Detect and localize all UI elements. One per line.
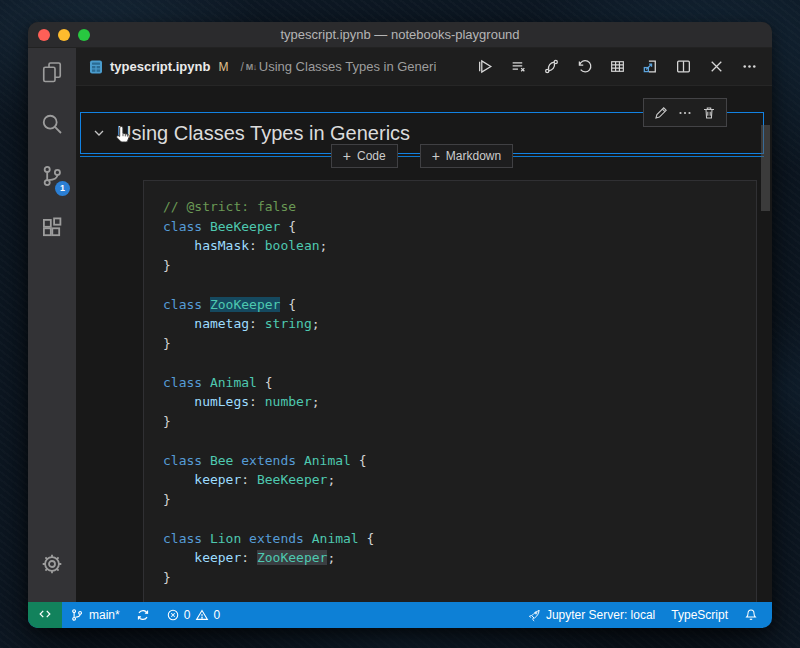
vscode-window: typescript.ipynb — notebooks-playground <box>28 22 772 628</box>
error-icon <box>166 608 180 622</box>
explorer-icon <box>40 60 64 88</box>
code-line: nametag: string; <box>163 314 756 334</box>
more-actions-icon[interactable] <box>741 58 758 75</box>
code-line: // @strict: false <box>163 197 756 217</box>
notebook-actions <box>477 58 758 75</box>
code-line: class BeeKeeper { <box>163 217 756 237</box>
add-code-cell-button[interactable]: + Code <box>331 144 398 168</box>
extensions-icon <box>40 216 64 244</box>
warning-count: 0 <box>213 608 220 622</box>
add-markdown-label: Markdown <box>446 149 501 163</box>
code-line: } <box>163 412 756 432</box>
editor-area: typescript.ipynb M / M↓ Using Classes Ty… <box>76 48 772 602</box>
code-line: numLegs: number; <box>163 392 756 412</box>
add-markdown-cell-button[interactable]: + Markdown <box>420 144 514 168</box>
warning-icon <box>195 608 209 622</box>
desktop-wallpaper: typescript.ipynb — notebooks-playground <box>0 0 800 648</box>
jupyter-rocket-icon <box>527 608 541 622</box>
code-line <box>163 275 756 295</box>
export-icon[interactable] <box>642 58 659 75</box>
notebook-scrollbar-thumb[interactable] <box>761 125 770 211</box>
branch-name: main* <box>89 608 120 622</box>
markdown-cell-icon: M↓ <box>246 62 257 72</box>
branch-icon <box>70 608 84 622</box>
window-title: typescript.ipynb — notebooks-playground <box>280 27 519 42</box>
notebook-file-icon <box>88 59 104 75</box>
language-mode[interactable]: TypeScript <box>663 602 736 628</box>
close-icon[interactable] <box>708 58 725 75</box>
jupyter-server-label: Jupyter Server: local <box>546 608 655 622</box>
branch-status[interactable]: main* <box>62 602 128 628</box>
plus-icon: + <box>432 149 440 163</box>
sidebar-item-extensions[interactable] <box>28 204 76 256</box>
code-line: keeper: BeeKeeper; <box>163 470 756 490</box>
breadcrumb-separator: / <box>240 60 243 74</box>
sidebar-item-search[interactable] <box>28 100 76 152</box>
chevron-down-icon[interactable] <box>91 125 107 141</box>
titlebar[interactable]: typescript.ipynb — notebooks-playground <box>28 22 772 48</box>
remote-icon <box>38 607 52 624</box>
code-line: hasMask: boolean; <box>163 236 756 256</box>
notebook-content: Using Classes Types in Generics + Code + <box>76 86 772 602</box>
traffic-lights <box>38 22 90 47</box>
settings-gear-icon <box>40 552 64 580</box>
bell-icon <box>744 608 758 622</box>
code-line <box>163 509 756 529</box>
code-line: class ZooKeeper { <box>163 295 756 315</box>
sidebar-item-source-control[interactable]: 1 <box>28 152 76 204</box>
code-line <box>163 431 756 451</box>
sync-status[interactable] <box>128 602 158 628</box>
cell-toolbar <box>643 98 727 127</box>
more-actions-icon[interactable] <box>677 105 693 121</box>
code-line: class Bee extends Animal { <box>163 451 756 471</box>
tab-filename[interactable]: typescript.ipynb <box>110 59 210 74</box>
manage-settings-button[interactable] <box>28 540 76 592</box>
split-editor-icon[interactable] <box>675 58 692 75</box>
code-line: keeper: ZooKeeper; <box>163 548 756 568</box>
code-line: class Animal { <box>163 373 756 393</box>
plus-icon: + <box>343 149 351 163</box>
error-count: 0 <box>184 608 191 622</box>
code-line: } <box>163 334 756 354</box>
zoom-window-button[interactable] <box>78 29 90 41</box>
activity-bar: 1 <box>28 48 76 602</box>
delete-trash-icon[interactable] <box>701 105 717 121</box>
run-all-icon[interactable] <box>477 58 494 75</box>
code-lines: // @strict: falseclass BeeKeeper { hasMa… <box>144 181 756 587</box>
add-code-label: Code <box>357 149 386 163</box>
variables-icon[interactable] <box>609 58 626 75</box>
source-control-badge: 1 <box>55 181 70 196</box>
close-window-button[interactable] <box>38 29 50 41</box>
insert-cell-row: + Code + Markdown <box>80 143 764 169</box>
notebook-toolbar: typescript.ipynb M / M↓ Using Classes Ty… <box>76 48 772 86</box>
status-bar: main* 0 0 <box>28 602 772 628</box>
breadcrumb-cell-label: Using Classes Types in Generi <box>259 59 437 74</box>
search-icon <box>40 112 64 140</box>
problems-status[interactable]: 0 0 <box>158 602 228 628</box>
language-mode-label: TypeScript <box>671 608 728 622</box>
undo-icon[interactable] <box>576 58 593 75</box>
remote-indicator[interactable] <box>28 602 62 628</box>
code-line: class Lion extends Animal { <box>163 529 756 549</box>
notifications[interactable] <box>736 602 766 628</box>
sync-icon <box>136 608 150 622</box>
clear-outputs-icon[interactable] <box>510 58 527 75</box>
sidebar-item-explorer[interactable] <box>28 48 76 100</box>
minimize-window-button[interactable] <box>58 29 70 41</box>
modified-indicator: M <box>218 60 228 74</box>
code-line: } <box>163 568 756 588</box>
markdown-heading: Using Classes Types in Generics <box>117 122 410 145</box>
code-line: } <box>163 256 756 276</box>
code-line: } <box>163 490 756 510</box>
edit-pencil-icon[interactable] <box>653 105 669 121</box>
code-line <box>163 353 756 373</box>
code-cell[interactable]: // @strict: falseclass BeeKeeper { hasMa… <box>143 180 757 602</box>
breadcrumb[interactable]: / M↓ Using Classes Types in Generi <box>240 59 467 74</box>
jupyter-server-status[interactable]: Jupyter Server: local <box>519 602 663 628</box>
restart-kernel-icon[interactable] <box>543 58 560 75</box>
